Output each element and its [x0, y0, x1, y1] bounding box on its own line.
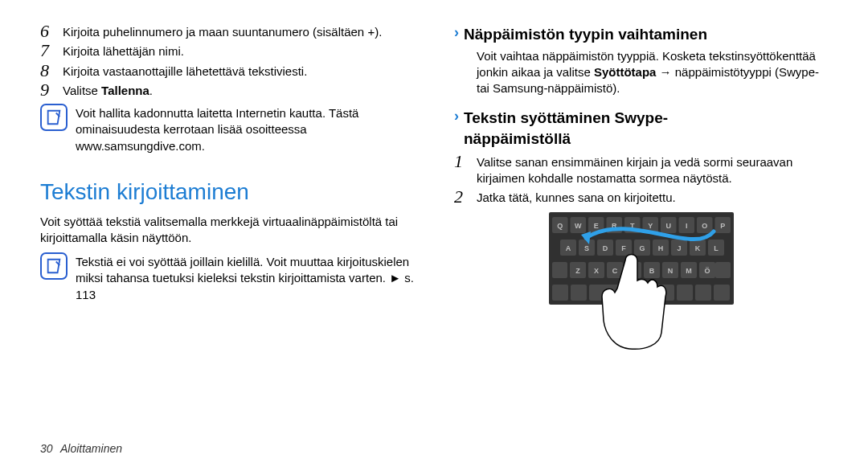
svg-text:M: M — [686, 267, 692, 275]
step-number-8: 8 — [40, 62, 63, 80]
chevron-icon: › — [454, 108, 459, 125]
svg-rect-59 — [552, 285, 568, 301]
swype-step2: Jatka tätä, kunnes sana on kirjoitettu. — [477, 190, 828, 206]
step9-post: . — [149, 84, 153, 97]
svg-text:P: P — [720, 222, 725, 230]
sub2-text: Tekstin syöttäminen Swype- näppäimistöll… — [464, 108, 668, 149]
step9-text: Valitse Tallenna. — [63, 83, 414, 99]
svg-text:S: S — [583, 244, 588, 252]
note-icon — [40, 104, 68, 131]
note2-text: Tekstiä ei voi syöttää joillain kielillä… — [76, 252, 414, 303]
sub1-para: Voit vaihtaa näppäimistön tyyppiä. Koske… — [477, 48, 828, 97]
section-name: Aloittaminen — [60, 442, 122, 455]
step-number-6: 6 — [40, 23, 63, 40]
svg-text:Y: Y — [648, 222, 653, 230]
step7-text: Kirjoita lähettäjän nimi. — [63, 43, 414, 59]
sub2-line2: näppäimistöllä — [464, 130, 571, 147]
svg-text:Ö: Ö — [704, 267, 710, 275]
svg-text:C: C — [612, 267, 617, 275]
step-number-9: 9 — [40, 81, 63, 99]
svg-text:L: L — [714, 244, 719, 252]
svg-text:K: K — [694, 244, 700, 252]
note1-text: Voit hallita kadonnutta laitetta Interne… — [76, 104, 414, 154]
subheading-keyboard-type: › Näppäimistön tyypin vaihtaminen — [454, 24, 828, 45]
svg-rect-63 — [695, 285, 711, 301]
step-number-1: 1 — [454, 153, 477, 170]
svg-rect-62 — [677, 285, 693, 301]
sub1-bold: Syöttötapa — [594, 65, 657, 79]
page-footer: 30 Aloittaminen — [40, 441, 122, 457]
svg-text:D: D — [602, 244, 608, 252]
heading-text-entry: Tekstin kirjoittaminen — [40, 177, 414, 207]
svg-text:Q: Q — [557, 222, 563, 230]
step-number-2: 2 — [454, 188, 477, 206]
step9-bold: Tallenna — [101, 84, 149, 97]
svg-rect-58 — [715, 262, 731, 278]
sub1-text: Näppäimistön tyypin vaihtaminen — [464, 24, 707, 45]
svg-rect-60 — [571, 285, 587, 301]
subheading-swype: › Tekstin syöttäminen Swype- näppäimistö… — [454, 108, 828, 149]
step-number-7: 7 — [40, 42, 63, 59]
svg-text:O: O — [702, 222, 707, 230]
svg-text:W: W — [575, 222, 582, 230]
svg-text:X: X — [593, 267, 598, 275]
sub2-line1: Tekstin syöttäminen Swype- — [464, 109, 668, 126]
step8-text: Kirjoita vastaanottajille lähetettävä te… — [63, 63, 414, 80]
svg-text:F: F — [621, 244, 626, 252]
para1: Voit syöttää tekstiä valitsemalla merkke… — [40, 214, 414, 247]
step9-pre: Valitse — [63, 84, 101, 97]
svg-text:E: E — [593, 222, 598, 230]
svg-text:Z: Z — [575, 267, 580, 275]
svg-text:H: H — [657, 244, 663, 252]
svg-text:U: U — [665, 222, 671, 230]
svg-text:I: I — [685, 222, 687, 230]
svg-rect-64 — [714, 285, 730, 301]
svg-text:B: B — [649, 267, 654, 275]
svg-text:J: J — [677, 244, 681, 252]
swype-step1: Valitse sanan ensimmäinen kirjain ja ved… — [477, 154, 828, 187]
note-icon — [40, 252, 68, 280]
svg-text:N: N — [667, 267, 673, 275]
page-number: 30 — [40, 442, 53, 455]
svg-text:A: A — [565, 244, 571, 252]
svg-rect-57 — [552, 262, 567, 278]
step6-text: Kirjoita puhelinnumero ja maan suuntanum… — [63, 24, 414, 40]
svg-text:G: G — [639, 244, 645, 252]
swype-keyboard-illustration: QWERTYUIOP ASDFGHJKL ZXCVBNMÖ — [549, 212, 734, 353]
chevron-icon: › — [454, 24, 459, 42]
